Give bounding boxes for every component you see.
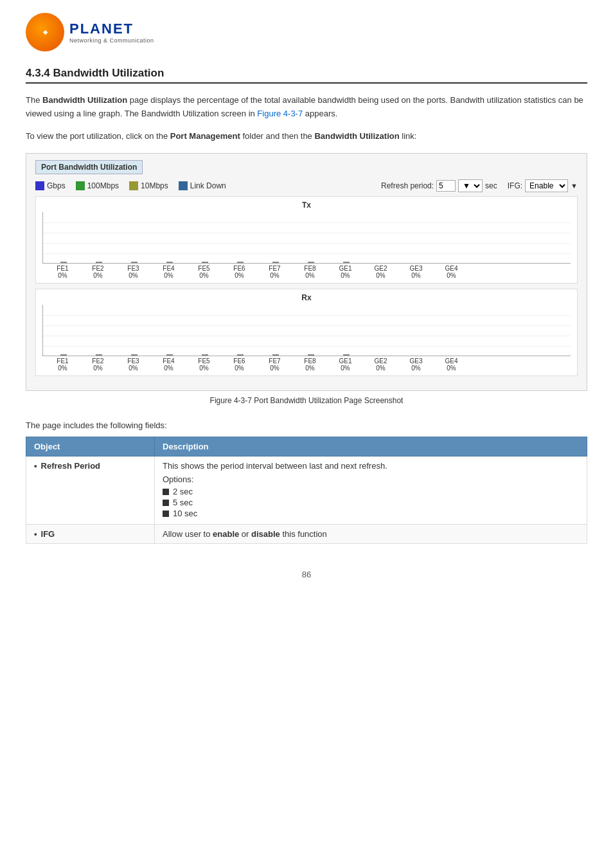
refresh-input[interactable]	[436, 180, 456, 192]
rx-bar-ge1	[328, 305, 364, 356]
port-label-fe3: FE30%	[116, 265, 151, 279]
port-label-fe5: FE50%	[186, 265, 222, 279]
tx-bar-fe4	[152, 212, 187, 263]
options-label: Options:	[163, 475, 579, 484]
legend-100mbps: 100Mbps	[76, 181, 119, 190]
mbps100-color-box	[76, 181, 85, 190]
legend-linkdown: Link Down	[179, 181, 226, 190]
tx-port-labels: FE10% FE20% FE30% FE40% FE50% FE60% FE70…	[42, 265, 571, 279]
body-paragraph-1: The Bandwidth Utilization page displays …	[26, 94, 587, 121]
option-bullet-2	[163, 500, 169, 506]
tx-label: Tx	[42, 201, 571, 210]
frame-titlebar: Port Bandwidth Utilization	[35, 160, 143, 174]
option-bullet-1	[163, 489, 169, 495]
section-title: 4.3.4 Bandwidth Utilization	[26, 67, 587, 84]
port-label-ge3: GE30%	[398, 265, 434, 279]
rx-label: Rx	[42, 293, 571, 302]
logo-area: ◆ PLANET Networking & Communication	[26, 13, 587, 51]
rx-bar-fe8	[293, 305, 328, 356]
refresh-unit: sec	[485, 181, 497, 190]
rx-bar-fe4	[152, 305, 187, 356]
figure-caption: Figure 4-3-7 Port Bandwidth Utilization …	[26, 396, 587, 405]
table-row-refresh: • Refresh Period This shows the period i…	[26, 457, 587, 525]
tx-bars-container	[43, 212, 571, 263]
rx-bar-fe7	[258, 305, 293, 356]
port-label-fe4: FE40%	[151, 265, 186, 279]
ifg-label: IFG:	[508, 181, 522, 190]
tx-bar-fe1	[46, 212, 81, 263]
port-label-fe6: FE60%	[222, 265, 257, 279]
rx-bar-fe6	[222, 305, 258, 356]
port-label-fe2: FE20%	[80, 265, 116, 279]
rx-bar-fe3	[116, 305, 152, 356]
tx-bar-fe6	[222, 212, 258, 263]
tx-bar-fe8	[293, 212, 328, 263]
ifg-desc-enable: enable	[213, 529, 239, 539]
rx-bar-fe1	[46, 305, 81, 356]
body-paragraph-2: To view the port utilization, click on t…	[26, 130, 587, 143]
rx-bar-fe5	[187, 305, 222, 356]
rx-chart-section: Rx FE10% FE20% FE30% FE40%	[35, 289, 578, 376]
rx-bars-container	[43, 305, 571, 356]
tx-bar-fe2	[81, 212, 116, 263]
object-refresh: • Refresh Period	[34, 461, 147, 471]
tx-chart-area	[42, 212, 571, 264]
rx-bar-fe2	[81, 305, 116, 356]
refresh-desc: This shows the period interval between l…	[163, 461, 579, 471]
ifg-desc-intro: Allow user to	[163, 529, 213, 539]
refresh-area: Refresh period: ▼ sec	[381, 179, 497, 192]
gbps-color-box	[35, 181, 44, 190]
port-label-ge1: GE10%	[328, 265, 363, 279]
tx-bar-fe3	[116, 212, 152, 263]
object-ifg: • IFG	[34, 529, 147, 539]
screenshot-frame: Port Bandwidth Utilization Gbps 100Mbps …	[26, 153, 587, 391]
ifg-desc-or: or	[239, 529, 251, 539]
col-header-description: Description	[155, 437, 587, 457]
tx-bar-ge1	[328, 212, 364, 263]
ifg-desc-disable: disable	[251, 529, 280, 539]
mbps10-color-box	[129, 181, 138, 190]
fields-table: Object Description • Refresh Period This…	[26, 437, 587, 544]
legend-gbps: Gbps	[35, 181, 66, 190]
option-2sec: 2 sec	[163, 487, 579, 496]
figure-link[interactable]: Figure 4-3-7	[257, 109, 303, 118]
option-bullet-3	[163, 511, 169, 517]
fields-intro: The page includes the following fields:	[26, 420, 587, 430]
frame-controls: Gbps 100Mbps 10Mbps Link Down Refresh pe…	[35, 179, 578, 192]
rx-port-labels: FE10% FE20% FE30% FE40% FE50% FE60% FE70…	[42, 357, 571, 372]
ifg-desc-end: this function	[280, 529, 327, 539]
ifg-dropdown-icon: ▼	[571, 182, 578, 190]
tx-bar-fe5	[187, 212, 222, 263]
linkdown-color-box	[179, 181, 188, 190]
options-list: 2 sec 5 sec 10 sec	[163, 487, 579, 518]
col-header-object: Object	[26, 437, 155, 457]
logo-icon: ◆	[26, 13, 64, 51]
tx-bar-fe7	[258, 212, 293, 263]
ifg-select[interactable]: Enable Disable	[525, 179, 568, 192]
refresh-label: Refresh period:	[381, 181, 434, 190]
port-label-ge2: GE20%	[363, 265, 398, 279]
logo-planet-text: PLANET	[69, 21, 154, 37]
port-label-fe7: FE70%	[257, 265, 292, 279]
port-label-ge4: GE40%	[434, 265, 469, 279]
option-5sec: 5 sec	[163, 498, 579, 507]
table-row-ifg: • IFG Allow user to enable or disable th…	[26, 525, 587, 544]
page-number: 86	[26, 570, 587, 579]
legend-10mbps: 10Mbps	[129, 181, 168, 190]
refresh-select[interactable]: ▼	[458, 179, 483, 192]
ifg-area: IFG: Enable Disable ▼	[508, 179, 578, 192]
port-label-fe8: FE80%	[292, 265, 328, 279]
rx-chart-area	[42, 305, 571, 356]
port-label-fe1: FE10%	[45, 265, 80, 279]
option-10sec: 10 sec	[163, 509, 579, 518]
tx-chart-section: Tx FE10% FE20% FE30% FE40%	[35, 196, 578, 284]
logo-tagline: Networking & Communication	[69, 37, 154, 44]
